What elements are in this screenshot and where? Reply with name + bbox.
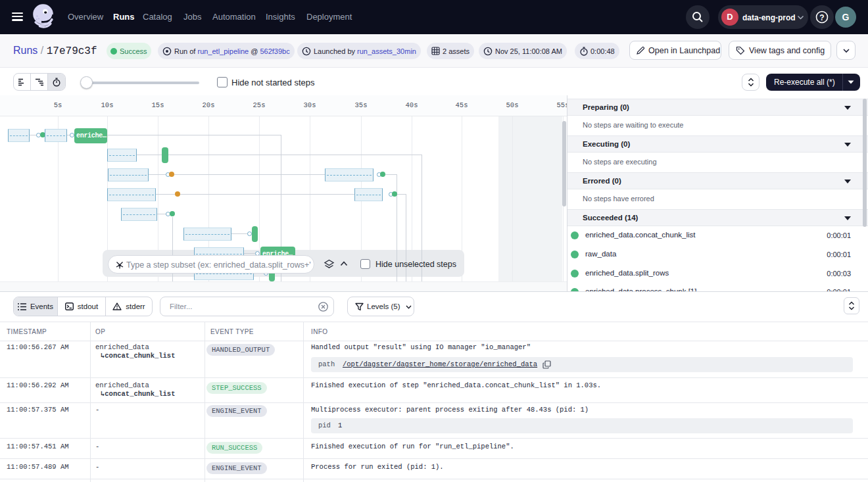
svg-text:?: ? (819, 13, 824, 22)
